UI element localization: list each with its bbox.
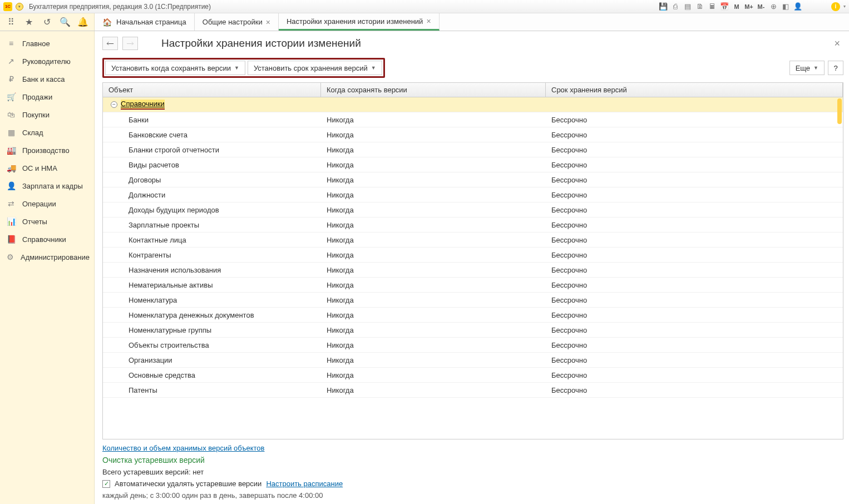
sidebar-label: Операции bbox=[22, 200, 56, 208]
scrollbar-thumb[interactable] bbox=[837, 98, 842, 124]
table-row[interactable]: ПатентыНикогдаБессрочно bbox=[103, 383, 843, 398]
app-menu-dropdown[interactable]: ▾ bbox=[16, 3, 23, 11]
cell-object: Организации bbox=[103, 356, 321, 364]
table-row[interactable]: КонтрагентыНикогдаБессрочно bbox=[103, 248, 843, 263]
table-row[interactable]: НоменклатураНикогдаБессрочно bbox=[103, 293, 843, 308]
star-icon[interactable]: ★ bbox=[20, 13, 38, 31]
doc-icon[interactable]: 🗎 bbox=[695, 2, 704, 11]
table-row[interactable]: Бланки строгой отчетностиНикогдаБессрочн… bbox=[103, 142, 843, 157]
table-row[interactable]: БанкиНикогдаБессрочно bbox=[103, 112, 843, 127]
tab-history-settings[interactable]: Настройки хранения истории изменений × bbox=[279, 13, 440, 31]
schedule-text: каждый день; с 3:00:00 один раз в день, … bbox=[102, 491, 843, 500]
versions-count-link[interactable]: Количество и объем хранимых версий объек… bbox=[102, 444, 843, 452]
table-row[interactable]: Банковские счетаНикогдаБессрочно bbox=[103, 127, 843, 142]
sidebar-item-4[interactable]: 🛍Покупки bbox=[0, 106, 94, 123]
tab-close-icon[interactable]: × bbox=[426, 17, 431, 26]
user-icon[interactable]: 👤 bbox=[793, 2, 802, 11]
table-row[interactable]: Зарплатные проектыНикогдаБессрочно bbox=[103, 218, 843, 233]
sidebar-item-7[interactable]: 🚚ОС и НМА bbox=[0, 159, 94, 177]
table-row[interactable]: Виды расчетовНикогдаБессрочно bbox=[103, 157, 843, 172]
table-row[interactable]: Номенклатура денежных документовНикогдаБ… bbox=[103, 308, 843, 323]
sidebar-label: Производство bbox=[22, 146, 70, 155]
tab-close-icon[interactable]: × bbox=[266, 18, 270, 27]
tab-home-label: Начальная страница bbox=[116, 18, 186, 26]
tab-general-settings[interactable]: Общие настройки × bbox=[195, 13, 279, 31]
cell-term: Бессрочно bbox=[546, 296, 843, 304]
info-icon[interactable]: i bbox=[831, 2, 840, 11]
cell-when: Никогда bbox=[321, 176, 546, 184]
table-row[interactable]: Объекты строительстваНикогдаБессрочно bbox=[103, 338, 843, 353]
cell-when: Никогда bbox=[321, 296, 546, 304]
sidebar-item-11[interactable]: 📕Справочники bbox=[0, 230, 94, 248]
table-row[interactable]: Контактные лицаНикогдаБессрочно bbox=[103, 233, 843, 248]
table-row[interactable]: ДолжностиНикогдаБессрочно bbox=[103, 187, 843, 202]
calendar-icon[interactable]: 📅 bbox=[720, 2, 729, 11]
set-storage-term-button[interactable]: Установить срок хранения версий ▼ bbox=[248, 61, 382, 75]
cell-object: Нематериальные активы bbox=[103, 281, 321, 289]
table-row[interactable]: Нематериальные активыНикогдаБессрочно bbox=[103, 278, 843, 293]
table-row[interactable]: Доходы будущих периодовНикогдаБессрочно bbox=[103, 202, 843, 218]
total-obsolete-label: Всего устаревших версий: нет bbox=[102, 468, 843, 476]
cell-when: Никогда bbox=[321, 236, 546, 244]
table-icon[interactable]: ▤ bbox=[683, 2, 692, 11]
sidebar-item-0[interactable]: ≡Главное bbox=[0, 34, 94, 52]
bell-icon[interactable]: 🔔 bbox=[74, 13, 92, 31]
window-icon[interactable]: ◧ bbox=[781, 2, 790, 11]
configure-schedule-link[interactable]: Настроить расписание bbox=[266, 480, 343, 488]
close-page-button[interactable]: × bbox=[831, 38, 843, 50]
save-icon[interactable]: 💾 bbox=[659, 2, 668, 11]
search-icon[interactable]: 🔍 bbox=[56, 13, 74, 31]
sidebar-item-8[interactable]: 👤Зарплата и кадры bbox=[0, 177, 94, 195]
auto-delete-checkbox[interactable]: ✓ bbox=[102, 480, 110, 488]
forward-button[interactable]: 🡒 bbox=[122, 37, 138, 50]
col-term[interactable]: Срок хранения версий bbox=[546, 83, 843, 97]
help-button[interactable]: ? bbox=[828, 61, 843, 75]
col-when[interactable]: Когда сохранять версии bbox=[321, 83, 546, 97]
print-icon[interactable]: ⎙ bbox=[671, 2, 680, 11]
cell-term: Бессрочно bbox=[546, 206, 843, 214]
history-icon[interactable]: ↺ bbox=[38, 13, 56, 31]
cell-object: Объекты строительства bbox=[103, 341, 321, 349]
back-button[interactable]: 🡐 bbox=[102, 37, 118, 50]
set-when-save-button[interactable]: Установить когда сохранять версии ▼ bbox=[105, 61, 245, 75]
home-icon: 🏠 bbox=[102, 18, 112, 27]
calc-icon[interactable]: 🖩 bbox=[708, 2, 717, 11]
footer: Количество и объем хранимых версий объек… bbox=[102, 439, 843, 500]
m-minus-button[interactable]: M- bbox=[757, 2, 766, 11]
group-label[interactable]: Справочники bbox=[121, 100, 165, 110]
table-row[interactable]: Номенклатурные группыНикогдаБессрочно bbox=[103, 323, 843, 338]
more-button[interactable]: Еще ▼ bbox=[789, 61, 825, 75]
sidebar-item-6[interactable]: 🏭Производство bbox=[0, 141, 94, 159]
apps-icon[interactable]: ⠿ bbox=[2, 13, 20, 31]
sidebar-item-10[interactable]: 📊Отчеты bbox=[0, 213, 94, 230]
table-row[interactable]: Назначения использованияНикогдаБессрочно bbox=[103, 263, 843, 278]
button-label: Еще bbox=[796, 64, 810, 72]
table-row[interactable]: ДоговорыНикогдаБессрочно bbox=[103, 172, 843, 187]
cell-object: Виды расчетов bbox=[103, 161, 321, 169]
cell-term: Бессрочно bbox=[546, 251, 843, 259]
table-body[interactable]: − Справочники БанкиНикогдаБессрочноБанко… bbox=[103, 97, 843, 439]
sidebar-label: Банк и касса bbox=[22, 75, 65, 83]
tab-home[interactable]: 🏠 Начальная страница bbox=[95, 13, 195, 31]
cell-when: Никогда bbox=[321, 266, 546, 274]
table-row[interactable]: ОрганизацииНикогдаБессрочно bbox=[103, 353, 843, 368]
highlighted-commands: Установить когда сохранять версии ▼ Уста… bbox=[102, 58, 385, 78]
cell-object: Доходы будущих периодов bbox=[103, 206, 321, 214]
zoom-icon[interactable]: ⊕ bbox=[769, 2, 778, 11]
sidebar-item-3[interactable]: 🛒Продажи bbox=[0, 88, 94, 106]
table-row[interactable]: Основные средстваНикогдаБессрочно bbox=[103, 368, 843, 383]
sidebar-item-12[interactable]: ⚙Администрирование bbox=[0, 248, 94, 266]
sidebar-item-5[interactable]: ▦Склад bbox=[0, 123, 94, 141]
group-row[interactable]: − Справочники bbox=[103, 97, 843, 112]
m-plus-button[interactable]: M+ bbox=[744, 2, 753, 11]
sidebar-label: ОС и НМА bbox=[22, 164, 57, 172]
sidebar-item-9[interactable]: ⇄Операции bbox=[0, 195, 94, 213]
col-object[interactable]: Объект bbox=[103, 83, 321, 97]
titlebar: 1C ▾ Бухгалтерия предприятия, редакция 3… bbox=[0, 0, 849, 13]
sidebar-icon: 🛍 bbox=[7, 110, 16, 119]
m-button[interactable]: M bbox=[732, 2, 741, 11]
collapse-icon[interactable]: − bbox=[111, 101, 117, 108]
cell-object: Основные средства bbox=[103, 371, 321, 379]
sidebar-item-1[interactable]: ↗Руководителю bbox=[0, 52, 94, 70]
sidebar-item-2[interactable]: ₽Банк и касса bbox=[0, 70, 94, 88]
